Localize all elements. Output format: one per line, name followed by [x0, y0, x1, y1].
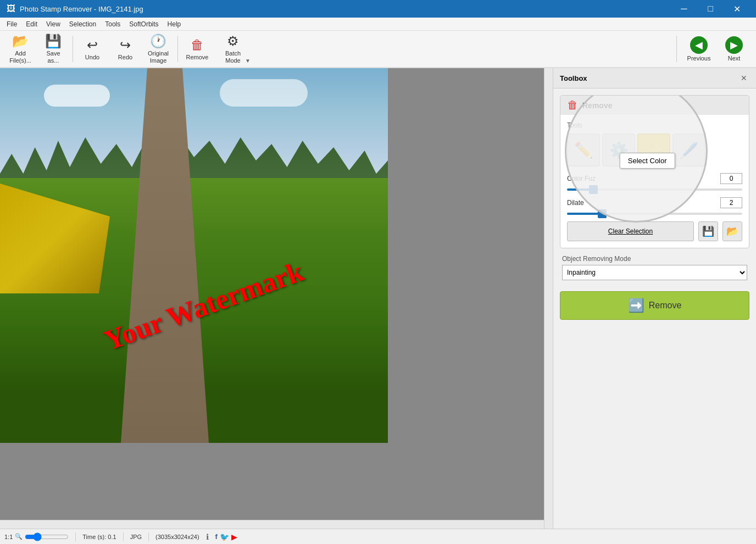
status-bar: 1:1 🔍 Time (s): 0.1 JPG (3035x3024x24) ℹ…: [0, 529, 756, 544]
load-selection-icon: 📂: [726, 225, 738, 237]
redo-icon: ↪: [120, 37, 131, 53]
remove-button[interactable]: 🗑 Remove: [181, 33, 213, 65]
menu-file[interactable]: File: [2, 19, 21, 29]
color-fuz-track: [567, 188, 742, 191]
status-zoom: 1:1 🔍: [4, 532, 69, 541]
original-image-button[interactable]: 🕐 OriginalImage: [142, 33, 174, 65]
menu-help[interactable]: Help: [163, 19, 186, 29]
previous-button[interactable]: ◀ Previous: [681, 32, 716, 65]
color-fuz-label-row: Color Fuz: [567, 173, 742, 184]
zoom-slider[interactable]: [25, 532, 69, 541]
previous-icon: ◀: [690, 36, 708, 54]
scrollbar-vertical[interactable]: [544, 68, 553, 529]
add-files-icon: 📂: [12, 34, 29, 49]
title-bar: 🖼 Photo Stamp Remover - IMG_2141.jpg ─ □…: [0, 0, 756, 18]
magic-wand-tool-button[interactable]: ✨: [637, 134, 670, 166]
toolbar: 📂 AddFile(s)... 💾 Saveas... ↩ Undo ↪ Red…: [0, 31, 756, 68]
toolbar-right: ◀ Previous ▶ Next: [672, 32, 752, 65]
original-image-label: OriginalImage: [148, 50, 169, 64]
next-button[interactable]: ▶ Next: [716, 32, 752, 65]
maximize-button[interactable]: □: [698, 0, 723, 18]
zoom-icon: 🔍: [15, 533, 23, 540]
remove-section-header: 🗑 Remove: [560, 96, 749, 115]
color-fuz-value-input[interactable]: [720, 173, 742, 184]
tools-label: Tools: [567, 121, 742, 129]
status-dimensions: (3035x3024x24): [155, 534, 199, 540]
dilate-track: [567, 213, 742, 215]
twitter-icon[interactable]: 🐦: [220, 532, 229, 541]
window-title: Photo Stamp Remover - IMG_2141.jpg: [20, 5, 671, 13]
zoom-level: 1:1: [4, 534, 13, 540]
minimize-button[interactable]: ─: [671, 0, 697, 18]
color-fuz-slider-row: Color Fuz: [567, 173, 742, 193]
dilate-fill: [567, 213, 602, 215]
remove-action-button[interactable]: ➡️ Remove: [560, 291, 749, 320]
color-fuz-thumb[interactable]: [589, 185, 598, 194]
undo-button[interactable]: ↩ Undo: [76, 33, 108, 65]
status-format: JPG: [130, 534, 142, 540]
dilate-thumb[interactable]: [598, 209, 607, 218]
clear-selection-button[interactable]: Clear Selection: [567, 221, 694, 241]
menu-selection[interactable]: Selection: [65, 19, 101, 29]
app-icon: 🖼: [7, 4, 15, 14]
previous-label: Previous: [687, 55, 711, 62]
color-fuz-label: Color Fuz: [567, 175, 596, 182]
redo-label: Redo: [118, 54, 132, 60]
mode-select[interactable]: Inpainting Smart Fill Edge Fill: [562, 265, 747, 280]
add-files-label: AddFile(s)...: [9, 50, 31, 64]
status-sep-1: [75, 532, 76, 541]
undo-label: Undo: [85, 54, 99, 60]
remove-section: 🗑 Remove Tools ✏️ ⚙️: [560, 95, 749, 248]
dilate-label: Dilate: [567, 199, 584, 207]
menu-softorbits[interactable]: SoftOrbits: [125, 19, 163, 29]
next-icon: ▶: [725, 36, 743, 54]
info-icon[interactable]: ℹ: [206, 532, 209, 541]
menu-view[interactable]: View: [42, 19, 65, 29]
close-button[interactable]: ✕: [724, 0, 749, 18]
status-social: f 🐦 ▶: [215, 532, 237, 541]
pencil-tool-button[interactable]: ✏️: [567, 134, 600, 166]
mode-label: Object Removing Mode: [562, 255, 747, 263]
save-as-label: Saveas...: [46, 50, 60, 64]
facebook-icon[interactable]: f: [215, 532, 218, 541]
magic-wand-tool-icon: ✨: [644, 141, 664, 159]
tools-row: ✏️ ⚙️ Select Color ✨: [567, 134, 742, 166]
toolbox-content: 🗑 Remove Tools ✏️ ⚙️: [553, 88, 756, 326]
stamp-tool-button[interactable]: 🖊️: [672, 134, 705, 166]
remove-section-title: Remove: [582, 101, 612, 110]
save-selection-button[interactable]: 💾: [698, 221, 718, 241]
time-label: Time (s):: [82, 534, 106, 540]
color-select-tool-button[interactable]: ⚙️ Select Color: [602, 134, 635, 166]
add-files-button[interactable]: 📂 AddFile(s)...: [4, 33, 36, 65]
toolbar-sep-2: [177, 36, 178, 62]
dilate-value-input[interactable]: [720, 197, 742, 208]
menu-bar: File Edit View Selection Tools SoftOrbit…: [0, 18, 756, 31]
load-selection-button[interactable]: 📂: [722, 221, 742, 241]
remove-label: Remove: [186, 54, 209, 60]
stamp-tool-icon: 🖊️: [680, 141, 699, 159]
toolbox-panel: Toolbox ✕ 🗑 Remove Tools ✏️: [553, 68, 756, 529]
toolbox-close-button[interactable]: ✕: [738, 73, 749, 84]
menu-tools[interactable]: Tools: [101, 19, 125, 29]
canvas-area[interactable]: Your Watermark: [0, 68, 553, 529]
scrollbar-horizontal[interactable]: [0, 520, 544, 529]
pencil-tool-icon: ✏️: [574, 141, 593, 159]
dilate-slider-row: Dilate: [567, 197, 742, 217]
remove-action-label: Remove: [649, 301, 682, 310]
redo-button[interactable]: ↪ Redo: [109, 33, 141, 65]
time-value: 0.1: [108, 534, 116, 540]
selection-row: Clear Selection 💾 📂: [567, 221, 742, 241]
save-as-button[interactable]: 💾 Saveas...: [37, 33, 69, 65]
batch-dropdown-arrow-icon: ▼: [245, 58, 251, 64]
toolbar-sep-1: [73, 36, 73, 62]
undo-icon: ↩: [87, 37, 98, 53]
menu-edit[interactable]: Edit: [21, 19, 42, 29]
status-time: Time (s): 0.1: [82, 534, 116, 540]
main-area: Your Watermark Toolbox ✕ 🗑 Remove Tools: [0, 68, 756, 529]
save-selection-icon: 💾: [702, 225, 714, 237]
mode-section: Object Removing Mode Inpainting Smart Fi…: [560, 255, 749, 280]
toolbox-header: Toolbox ✕: [553, 68, 756, 88]
youtube-icon[interactable]: ▶: [231, 532, 237, 541]
remove-icon: 🗑: [191, 37, 204, 53]
color-select-tool-icon: ⚙️: [609, 141, 629, 159]
